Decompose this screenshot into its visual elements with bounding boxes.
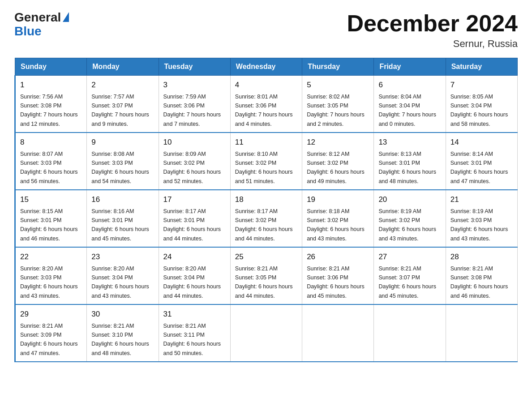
day-info: Sunrise: 8:21 AMSunset: 3:08 PMDaylight:… (450, 265, 508, 299)
day-number: 31 (163, 308, 226, 320)
calendar-cell: 23 Sunrise: 8:20 AMSunset: 3:04 PMDaylig… (87, 247, 159, 304)
day-number: 9 (91, 137, 154, 148)
day-number: 17 (163, 194, 226, 206)
day-info: Sunrise: 7:57 AMSunset: 3:07 PMDaylight:… (91, 94, 149, 127)
day-info: Sunrise: 7:56 AMSunset: 3:08 PMDaylight:… (20, 94, 78, 127)
day-info: Sunrise: 8:20 AMSunset: 3:04 PMDaylight:… (163, 265, 221, 299)
header-wednesday: Wednesday (230, 58, 302, 76)
day-number: 7 (450, 79, 513, 91)
day-info: Sunrise: 8:17 AMSunset: 3:02 PMDaylight:… (235, 208, 293, 242)
calendar-cell: 27 Sunrise: 8:21 AMSunset: 3:07 PMDaylig… (374, 247, 446, 304)
calendar-cell: 7 Sunrise: 8:05 AMSunset: 3:04 PMDayligh… (446, 76, 517, 133)
day-info: Sunrise: 8:21 AMSunset: 3:06 PMDaylight:… (307, 265, 365, 299)
day-number: 18 (235, 194, 297, 206)
header-friday: Friday (374, 58, 446, 76)
day-number: 1 (20, 79, 82, 91)
calendar-cell: 16 Sunrise: 8:16 AMSunset: 3:01 PMDaylig… (87, 190, 159, 247)
day-info: Sunrise: 8:21 AMSunset: 3:11 PMDaylight:… (163, 323, 221, 356)
day-info: Sunrise: 8:12 AMSunset: 3:02 PMDaylight:… (307, 151, 365, 184)
day-number: 13 (378, 137, 441, 148)
day-info: Sunrise: 8:15 AMSunset: 3:01 PMDaylight:… (20, 208, 78, 242)
calendar-cell: 22 Sunrise: 8:20 AMSunset: 3:03 PMDaylig… (15, 247, 87, 304)
logo: General Blue (14, 11, 69, 39)
calendar-cell: 1 Sunrise: 7:56 AMSunset: 3:08 PMDayligh… (15, 76, 87, 133)
calendar-cell: 17 Sunrise: 8:17 AMSunset: 3:01 PMDaylig… (159, 190, 230, 247)
calendar-cell: 25 Sunrise: 8:21 AMSunset: 3:05 PMDaylig… (230, 247, 302, 304)
calendar-cell (446, 304, 517, 362)
calendar-cell: 4 Sunrise: 8:01 AMSunset: 3:06 PMDayligh… (230, 76, 302, 133)
day-number: 11 (235, 137, 297, 148)
header-monday: Monday (87, 58, 159, 76)
day-info: Sunrise: 8:14 AMSunset: 3:01 PMDaylight:… (450, 151, 508, 184)
logo-triangle-icon (63, 12, 69, 22)
day-number: 8 (20, 137, 82, 148)
day-number: 10 (163, 137, 226, 148)
calendar-cell: 21 Sunrise: 8:19 AMSunset: 3:03 PMDaylig… (446, 190, 517, 247)
calendar-cell: 18 Sunrise: 8:17 AMSunset: 3:02 PMDaylig… (230, 190, 302, 247)
calendar-week-row: 15 Sunrise: 8:15 AMSunset: 3:01 PMDaylig… (15, 190, 518, 247)
calendar-cell: 8 Sunrise: 8:07 AMSunset: 3:03 PMDayligh… (15, 133, 87, 190)
day-number: 21 (450, 194, 513, 206)
calendar-cell: 26 Sunrise: 8:21 AMSunset: 3:06 PMDaylig… (302, 247, 374, 304)
day-number: 28 (450, 251, 513, 263)
day-info: Sunrise: 8:19 AMSunset: 3:02 PMDaylight:… (378, 208, 436, 242)
day-info: Sunrise: 8:19 AMSunset: 3:03 PMDaylight:… (450, 208, 508, 242)
day-number: 16 (91, 194, 154, 206)
day-number: 19 (307, 194, 369, 206)
calendar-cell: 15 Sunrise: 8:15 AMSunset: 3:01 PMDaylig… (15, 190, 87, 247)
day-info: Sunrise: 8:04 AMSunset: 3:04 PMDaylight:… (378, 94, 436, 127)
day-number: 30 (91, 308, 154, 320)
day-number: 15 (20, 194, 82, 206)
calendar-week-row: 1 Sunrise: 7:56 AMSunset: 3:08 PMDayligh… (15, 76, 518, 133)
day-info: Sunrise: 7:59 AMSunset: 3:06 PMDaylight:… (163, 94, 221, 127)
day-info: Sunrise: 8:18 AMSunset: 3:02 PMDaylight:… (307, 208, 365, 242)
day-info: Sunrise: 8:21 AMSunset: 3:09 PMDaylight:… (20, 323, 78, 356)
day-info: Sunrise: 8:16 AMSunset: 3:01 PMDaylight:… (91, 208, 149, 242)
calendar-cell: 6 Sunrise: 8:04 AMSunset: 3:04 PMDayligh… (374, 76, 446, 133)
day-info: Sunrise: 8:01 AMSunset: 3:06 PMDaylight:… (235, 94, 293, 127)
calendar-cell: 29 Sunrise: 8:21 AMSunset: 3:09 PMDaylig… (15, 304, 87, 362)
day-number: 26 (307, 251, 369, 263)
day-info: Sunrise: 8:17 AMSunset: 3:01 PMDaylight:… (163, 208, 221, 242)
calendar-week-row: 29 Sunrise: 8:21 AMSunset: 3:09 PMDaylig… (15, 304, 518, 362)
day-number: 5 (307, 79, 369, 91)
day-info: Sunrise: 8:08 AMSunset: 3:03 PMDaylight:… (91, 151, 149, 184)
calendar-cell: 24 Sunrise: 8:20 AMSunset: 3:04 PMDaylig… (159, 247, 230, 304)
day-info: Sunrise: 8:13 AMSunset: 3:01 PMDaylight:… (378, 151, 436, 184)
logo-general: General (14, 11, 61, 25)
calendar-cell: 10 Sunrise: 8:09 AMSunset: 3:02 PMDaylig… (159, 133, 230, 190)
day-info: Sunrise: 8:21 AMSunset: 3:10 PMDaylight:… (91, 323, 149, 356)
calendar-cell: 28 Sunrise: 8:21 AMSunset: 3:08 PMDaylig… (446, 247, 517, 304)
header-thursday: Thursday (302, 58, 374, 76)
calendar-cell: 12 Sunrise: 8:12 AMSunset: 3:02 PMDaylig… (302, 133, 374, 190)
calendar-cell: 31 Sunrise: 8:21 AMSunset: 3:11 PMDaylig… (159, 304, 230, 362)
page-header: General Blue December 2024 Sernur, Russi… (14, 11, 518, 50)
calendar-cell (302, 304, 374, 362)
calendar-cell: 2 Sunrise: 7:57 AMSunset: 3:07 PMDayligh… (87, 76, 159, 133)
header-tuesday: Tuesday (159, 58, 230, 76)
day-number: 23 (91, 251, 154, 263)
day-number: 29 (20, 308, 82, 320)
calendar-cell: 13 Sunrise: 8:13 AMSunset: 3:01 PMDaylig… (374, 133, 446, 190)
calendar-week-row: 8 Sunrise: 8:07 AMSunset: 3:03 PMDayligh… (15, 133, 518, 190)
calendar-cell: 20 Sunrise: 8:19 AMSunset: 3:02 PMDaylig… (374, 190, 446, 247)
calendar-cell: 19 Sunrise: 8:18 AMSunset: 3:02 PMDaylig… (302, 190, 374, 247)
day-number: 20 (378, 194, 441, 206)
logo-blue: Blue (14, 25, 42, 39)
day-number: 25 (235, 251, 297, 263)
header-saturday: Saturday (446, 58, 517, 76)
calendar-cell: 14 Sunrise: 8:14 AMSunset: 3:01 PMDaylig… (446, 133, 517, 190)
day-number: 2 (91, 79, 154, 91)
calendar-cell: 30 Sunrise: 8:21 AMSunset: 3:10 PMDaylig… (87, 304, 159, 362)
calendar-cell: 5 Sunrise: 8:02 AMSunset: 3:05 PMDayligh… (302, 76, 374, 133)
calendar-subtitle: Sernur, Russia (347, 38, 518, 50)
header-sunday: Sunday (15, 58, 87, 76)
day-number: 27 (378, 251, 441, 263)
day-info: Sunrise: 8:21 AMSunset: 3:07 PMDaylight:… (378, 265, 436, 299)
calendar-cell (374, 304, 446, 362)
day-number: 14 (450, 137, 513, 148)
calendar-cell: 11 Sunrise: 8:10 AMSunset: 3:02 PMDaylig… (230, 133, 302, 190)
calendar-cell: 3 Sunrise: 7:59 AMSunset: 3:06 PMDayligh… (159, 76, 230, 133)
title-section: December 2024 Sernur, Russia (347, 11, 518, 50)
calendar-title: December 2024 (347, 11, 518, 36)
